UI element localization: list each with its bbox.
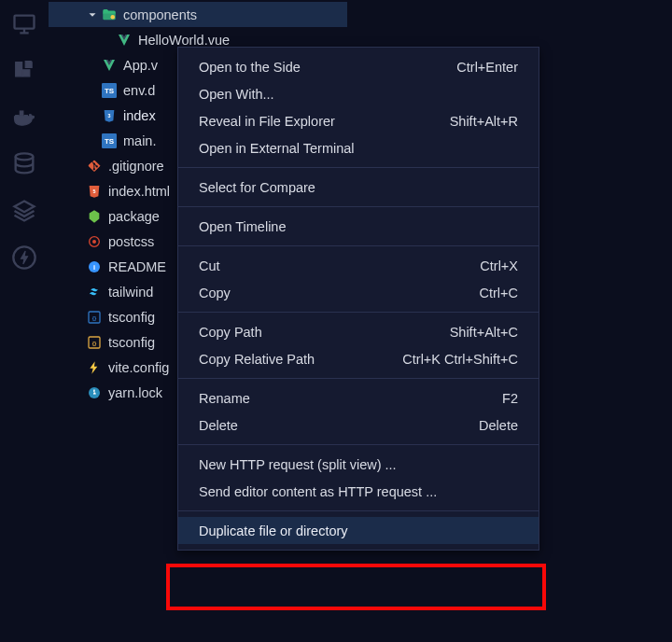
file-label: components — [123, 7, 197, 22]
tailwind-file-icon — [86, 284, 103, 300]
context-menu-item[interactable]: Open in External Terminal — [178, 134, 539, 161]
svg-text:i: i — [93, 262, 95, 271]
menu-separator — [178, 378, 539, 379]
yarn-file-icon — [86, 384, 103, 401]
folder-row[interactable]: components — [49, 2, 347, 27]
file-label: index.html — [108, 184, 170, 199]
html-file-icon: 5 — [86, 183, 103, 200]
postcss-file-icon — [86, 233, 103, 250]
svg-point-5 — [16, 153, 34, 160]
file-label: env.d — [123, 83, 155, 98]
svg-text:3: 3 — [108, 113, 111, 119]
file-label: HelloWorld.vue — [138, 33, 230, 48]
menu-item-shortcut: Shift+Alt+C — [450, 325, 518, 340]
file-label: main. — [123, 133, 156, 148]
svg-point-15 — [92, 240, 96, 244]
menu-item-label: Open to the Side — [199, 60, 456, 75]
svg-rect-0 — [15, 16, 35, 29]
vite-file-icon — [86, 359, 103, 376]
context-menu-item[interactable]: Open Timeline — [178, 213, 539, 240]
menu-item-shortcut: Ctrl+K Ctrl+Shift+C — [402, 352, 518, 367]
context-menu-item[interactable]: Send editor content as HTTP request ... — [178, 478, 539, 505]
menu-item-label: New HTTP request (split view) ... — [199, 457, 518, 472]
svg-point-7 — [111, 15, 116, 20]
menu-item-shortcut: Ctrl+Enter — [456, 60, 518, 75]
context-menu-item[interactable]: Reveal in File ExplorerShift+Alt+R — [178, 107, 539, 134]
file-label: tailwind — [108, 285, 153, 300]
file-label: README — [108, 259, 166, 274]
svg-text:5: 5 — [93, 188, 96, 194]
context-menu-item[interactable]: Open With... — [178, 80, 539, 107]
docker-icon[interactable] — [11, 105, 37, 131]
menu-item-label: Copy — [199, 286, 480, 300]
menu-item-shortcut: Shift+Alt+R — [450, 114, 518, 129]
menu-item-label: Open With... — [199, 87, 518, 102]
menu-item-shortcut: Delete — [479, 418, 518, 433]
ts-file-icon: TS — [101, 82, 118, 99]
thunder-icon[interactable] — [11, 244, 37, 271]
menu-item-label: Duplicate file or directory — [199, 523, 518, 538]
file-label: package — [108, 209, 160, 224]
file-label: tsconfig — [108, 310, 155, 325]
menu-item-label: Select for Compare — [199, 180, 518, 195]
context-menu-item[interactable]: New HTTP request (split view) ... — [178, 451, 539, 478]
monitor-icon[interactable] — [11, 11, 37, 37]
context-menu: Open to the SideCtrl+EnterOpen With...Re… — [177, 47, 539, 551]
context-menu-item[interactable]: Duplicate file or directory — [178, 517, 539, 544]
css-file-icon: 3 — [101, 107, 118, 124]
activity-bar — [0, 0, 49, 642]
svg-text:TS: TS — [105, 137, 115, 146]
menu-item-label: Cut — [199, 258, 480, 273]
database-icon[interactable] — [11, 151, 37, 177]
menu-item-label: Reveal in File Explorer — [199, 114, 450, 129]
menu-separator — [178, 510, 539, 511]
git-file-icon — [86, 158, 103, 174]
menu-item-shortcut: Ctrl+C — [480, 286, 519, 300]
menu-separator — [178, 167, 539, 168]
file-label: yarn.lock — [108, 385, 162, 400]
menu-item-label: Delete — [199, 418, 479, 433]
menu-separator — [178, 312, 539, 313]
menu-item-shortcut: Ctrl+X — [480, 258, 518, 273]
context-menu-item[interactable]: DeleteDelete — [178, 412, 539, 439]
svg-text:TS: TS — [105, 87, 115, 95]
menu-item-label: Copy Relative Path — [199, 352, 402, 367]
menu-separator — [178, 206, 539, 207]
menu-item-label: Open in External Terminal — [199, 141, 518, 156]
menu-item-label: Send editor content as HTTP request ... — [199, 484, 518, 499]
layers-icon[interactable] — [11, 198, 37, 224]
tsconfig-file-icon: {} — [86, 334, 103, 351]
readme-file-icon: i — [86, 258, 103, 275]
svg-text:{}: {} — [92, 340, 97, 345]
extensions-icon[interactable] — [11, 58, 37, 84]
menu-item-label: Open Timeline — [199, 219, 518, 234]
vue-file-icon — [116, 32, 133, 49]
menu-separator — [178, 245, 539, 246]
file-label: tsconfig — [108, 335, 155, 350]
context-menu-item[interactable]: RenameF2 — [178, 384, 539, 412]
folder-components-icon — [101, 7, 118, 23]
context-menu-item[interactable]: Open to the SideCtrl+Enter — [178, 53, 539, 80]
svg-text:{}: {} — [92, 314, 97, 320]
chevron-down-icon — [86, 8, 99, 21]
file-label: App.v — [123, 58, 158, 73]
ts-file-icon: TS — [101, 133, 118, 149]
menu-separator — [178, 444, 539, 445]
context-menu-item[interactable]: CopyCtrl+C — [178, 279, 539, 306]
menu-item-shortcut: F2 — [502, 391, 518, 406]
tsconfig-file-icon: {} — [86, 309, 103, 326]
context-menu-item[interactable]: Select for Compare — [178, 174, 539, 201]
menu-item-label: Rename — [199, 391, 502, 406]
file-label: index — [123, 108, 156, 123]
context-menu-item[interactable]: Copy PathShift+Alt+C — [178, 318, 539, 345]
file-label: vite.config — [108, 360, 169, 375]
vue-file-icon — [101, 57, 118, 74]
file-label: postcss — [108, 234, 154, 249]
context-menu-item[interactable]: CutCtrl+X — [178, 252, 539, 279]
menu-item-label: Copy Path — [199, 325, 450, 340]
svg-rect-4 — [20, 111, 23, 115]
node-file-icon — [86, 208, 103, 225]
context-menu-item[interactable]: Copy Relative PathCtrl+K Ctrl+Shift+C — [178, 345, 539, 372]
file-label: .gitignore — [108, 159, 164, 174]
